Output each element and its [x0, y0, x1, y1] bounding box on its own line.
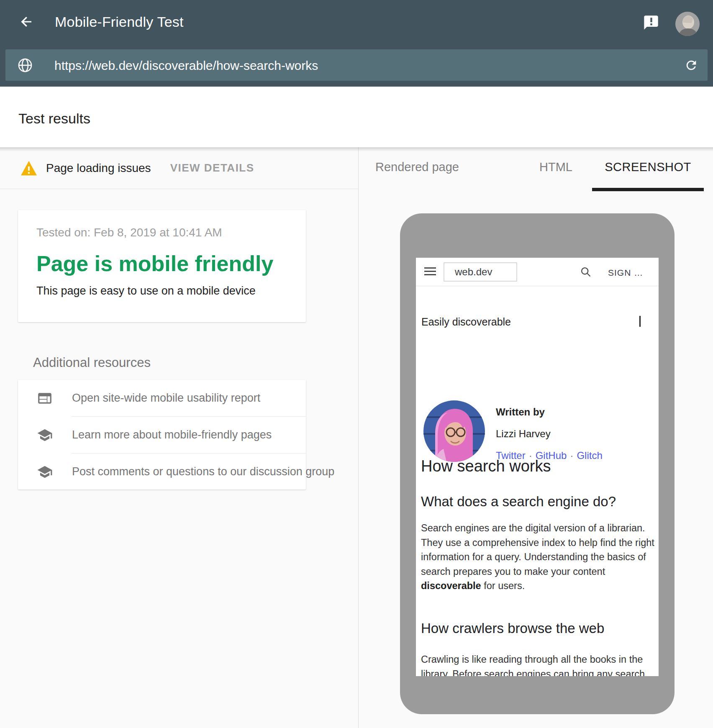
page-title: Test results	[18, 110, 90, 127]
active-tab-indicator	[592, 188, 704, 191]
warning-row: Page loading issues VIEW DETAILS	[0, 147, 358, 189]
resources-heading: Additional resources	[33, 355, 151, 370]
url-row: https://web.dev/discoverable/how-search-…	[0, 44, 713, 87]
results-header	[0, 87, 713, 147]
verdict-description: This page is easy to use on a mobile dev…	[36, 285, 289, 297]
cursor-bar	[639, 316, 641, 327]
site-logo-text: web.dev	[444, 263, 516, 281]
usability-report-icon	[37, 390, 53, 406]
resource-usability-report[interactable]: Open site-wide mobile usability report	[18, 380, 306, 416]
phone-screenshot: web.dev SIGN … Easily discoverable	[416, 258, 659, 676]
tab-screenshot[interactable]: SCREENSHOT	[592, 160, 704, 174]
resources-card: Open site-wide mobile usability report L…	[18, 380, 306, 490]
search-icon	[580, 266, 592, 278]
article-paragraph-1: Search engines are the digital version o…	[421, 521, 654, 593]
panel-divider	[358, 147, 359, 728]
back-arrow-icon[interactable]	[18, 14, 34, 30]
verdict-text: Page is mobile friendly	[36, 251, 289, 276]
warning-icon	[20, 160, 38, 176]
app-title: Mobile-Friendly Test	[55, 14, 184, 30]
view-details-button[interactable]: VIEW DETAILS	[170, 161, 254, 174]
tabs-row: Rendered page HTML SCREENSHOT	[358, 147, 713, 191]
result-card: Tested on: Feb 8, 2019 at 10:41 AM Page …	[18, 210, 306, 322]
resource-label: Post comments or questions to our discus…	[72, 465, 334, 478]
phone-mockup: web.dev SIGN … Easily discoverable	[400, 213, 675, 714]
screenshot-page-title: Easily discoverable	[421, 316, 511, 328]
screenshot-browser-header: web.dev SIGN …	[416, 258, 659, 286]
resource-label: Learn more about mobile-friendly pages	[72, 428, 272, 441]
url-bar[interactable]: https://web.dev/discoverable/how-search-…	[5, 49, 708, 81]
refresh-icon[interactable]	[684, 58, 698, 72]
article-heading-2: What does a search engine do?	[421, 494, 616, 510]
resource-label: Open site-wide mobile usability report	[72, 392, 260, 405]
url-text: https://web.dev/discoverable/how-search-…	[54, 59, 318, 73]
site-logo-box: web.dev	[444, 262, 517, 282]
resource-discussion-group[interactable]: Post comments or questions to our discus…	[18, 454, 306, 490]
app-bar: Mobile-Friendly Test	[0, 0, 713, 44]
sign-in-text: SIGN …	[608, 268, 643, 278]
hamburger-menu-icon	[424, 267, 436, 277]
discussion-icon	[37, 464, 53, 480]
author-avatar	[423, 400, 485, 462]
glitch-link: Glitch	[577, 450, 602, 461]
feedback-icon[interactable]	[643, 14, 659, 31]
tab-rendered-page[interactable]: Rendered page	[358, 160, 476, 174]
author-name: Lizzi Harvey	[496, 428, 551, 440]
globe-icon	[17, 57, 33, 73]
tab-html[interactable]: HTML	[526, 160, 586, 174]
article-paragraph-2: Crawling is like reading through all the…	[421, 652, 645, 676]
article-heading-3: How crawlers browse the web	[421, 620, 604, 636]
user-avatar[interactable]	[675, 12, 700, 36]
warning-label: Page loading issues	[46, 161, 151, 175]
written-by-label: Written by	[496, 406, 545, 418]
learn-icon	[37, 427, 53, 443]
resource-learn-more[interactable]: Learn more about mobile-friendly pages	[18, 417, 306, 453]
article-title: How search works	[421, 457, 551, 475]
tested-on-timestamp: Tested on: Feb 8, 2019 at 10:41 AM	[36, 226, 289, 239]
